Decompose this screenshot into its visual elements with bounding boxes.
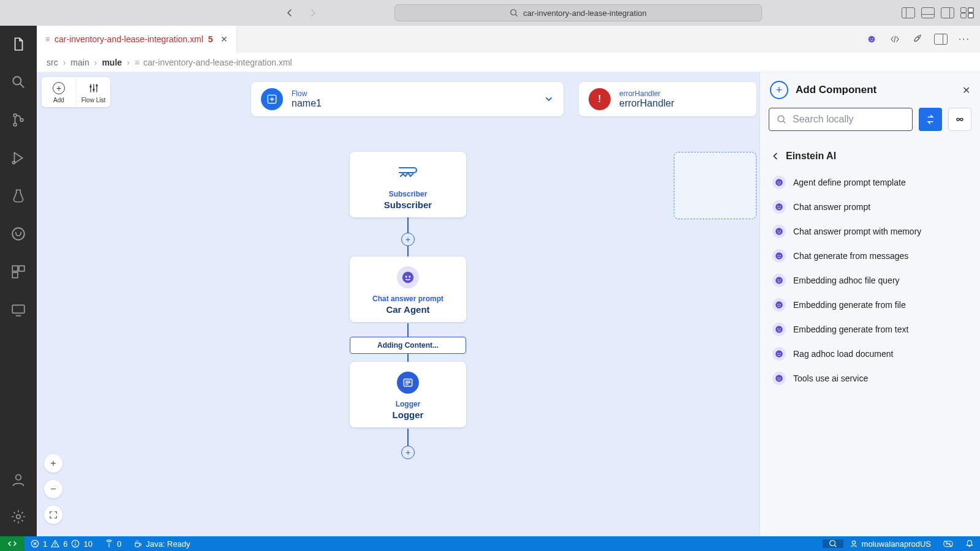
activity-run-debug-icon[interactable] bbox=[9, 148, 28, 168]
svg-point-36 bbox=[777, 255, 778, 257]
tab-close-icon[interactable]: ✕ bbox=[221, 34, 228, 44]
tab-dirty-marker: 5 bbox=[208, 34, 213, 44]
toggle-left-panel-icon[interactable] bbox=[902, 7, 915, 18]
close-icon[interactable]: ✕ bbox=[962, 84, 970, 96]
activity-source-control-icon[interactable] bbox=[9, 110, 28, 130]
component-item[interactable]: Tools use ai service bbox=[771, 366, 969, 391]
status-bar: 1 6 10 0 Java: Ready moluwalanaprodUS bbox=[0, 536, 980, 551]
einstein-ai-icon[interactable] bbox=[865, 33, 878, 45]
component-search-input[interactable]: Search locally bbox=[769, 108, 913, 131]
activity-bar bbox=[0, 26, 37, 536]
panel-title: Add Component bbox=[796, 84, 876, 96]
split-editor-icon[interactable] bbox=[934, 34, 948, 45]
add-button[interactable]: + Add bbox=[42, 77, 76, 107]
more-actions-icon[interactable]: ··· bbox=[959, 34, 970, 45]
activity-search-icon[interactable] bbox=[9, 72, 28, 92]
svg-point-23 bbox=[409, 276, 410, 278]
flow-list-button[interactable]: Flow List bbox=[76, 77, 110, 107]
add-step-button[interactable]: + bbox=[401, 446, 415, 459]
activity-mule-icon[interactable] bbox=[9, 224, 28, 244]
svg-point-57 bbox=[829, 541, 835, 546]
svg-point-60 bbox=[946, 543, 947, 544]
nav-back-button[interactable] bbox=[281, 4, 299, 22]
ports-status[interactable]: 0 bbox=[99, 536, 127, 551]
node-logger[interactable]: Logger Logger bbox=[350, 362, 466, 427]
node-subscriber[interactable]: Subscriber Subscriber bbox=[350, 152, 466, 217]
account-status[interactable]: moluwalanaprodUS bbox=[843, 539, 937, 549]
notifications-icon[interactable] bbox=[959, 539, 980, 548]
add-step-button[interactable]: + bbox=[401, 233, 415, 246]
flow-canvas[interactable]: + Add Flow List Flow name1 bbox=[37, 72, 980, 536]
breadcrumb[interactable]: src › main › mule › ≡ car-inventory-and-… bbox=[37, 53, 980, 72]
ports-count: 0 bbox=[117, 539, 121, 549]
editor-tab[interactable]: ≡ car-inventory-and-lease-integration.xm… bbox=[37, 26, 237, 53]
svg-point-37 bbox=[780, 255, 781, 257]
breadcrumb-part[interactable]: src bbox=[47, 58, 58, 67]
chevron-down-icon[interactable] bbox=[544, 94, 554, 104]
flow-header-card[interactable]: Flow name1 bbox=[251, 82, 564, 116]
command-search[interactable]: car-inventory-and-lease-integration bbox=[394, 4, 762, 21]
svg-rect-10 bbox=[12, 305, 24, 313]
file-icon: ≡ bbox=[135, 58, 140, 67]
component-item[interactable]: Chat answer prompt bbox=[771, 195, 969, 219]
error-type-label: errorHandler bbox=[619, 89, 674, 98]
customize-layout-icon[interactable] bbox=[960, 7, 974, 18]
svg-point-40 bbox=[780, 280, 781, 281]
component-item[interactable]: Embedding generate from text bbox=[771, 317, 969, 342]
nav-forward-button[interactable] bbox=[304, 4, 322, 22]
node-chat-answer-prompt[interactable]: Chat answer prompt Car Agent bbox=[350, 257, 466, 322]
error-handler-card[interactable]: ! errorHandler errorHandler bbox=[579, 82, 756, 116]
activity-explorer-icon[interactable] bbox=[9, 34, 28, 54]
toggle-right-panel-icon[interactable] bbox=[941, 7, 954, 18]
activity-remote-explorer-icon[interactable] bbox=[9, 300, 28, 320]
error-count: 1 bbox=[43, 539, 47, 549]
panel-back-button[interactable]: Einstein AI bbox=[771, 146, 969, 170]
activity-testing-icon[interactable] bbox=[9, 186, 28, 206]
breadcrumb-part[interactable]: mule bbox=[102, 58, 122, 67]
svg-point-41 bbox=[775, 301, 783, 309]
component-item[interactable]: Chat answer prompt with memory bbox=[771, 219, 969, 244]
zoom-in-button[interactable]: + bbox=[44, 454, 62, 473]
add-label: Add bbox=[53, 97, 64, 103]
svg-point-54 bbox=[55, 545, 56, 546]
rocket-icon[interactable] bbox=[912, 34, 923, 45]
component-item[interactable]: Embedding adhoc file query bbox=[771, 268, 969, 293]
command-search-text: car-inventory-and-lease-integration bbox=[523, 9, 647, 18]
breadcrumb-part[interactable]: main bbox=[70, 58, 89, 67]
copilot-status-icon[interactable] bbox=[937, 539, 959, 548]
titlebar: car-inventory-and-lease-integration bbox=[0, 0, 980, 26]
svg-point-48 bbox=[777, 353, 778, 354]
zoom-out-button[interactable]: − bbox=[44, 480, 62, 498]
activity-settings-icon[interactable] bbox=[9, 507, 28, 527]
einstein-icon bbox=[397, 266, 419, 288]
component-item[interactable]: Rag adhoc load document bbox=[771, 342, 969, 366]
component-item[interactable]: Agent define prompt template bbox=[771, 170, 969, 195]
problems-status[interactable]: 1 6 10 bbox=[24, 536, 99, 551]
svg-point-30 bbox=[777, 206, 778, 208]
svg-point-51 bbox=[777, 378, 778, 379]
search-icon bbox=[510, 9, 518, 17]
component-label: Agent define prompt template bbox=[793, 178, 906, 187]
activity-extensions-icon[interactable] bbox=[9, 262, 28, 282]
account-name: moluwalanaprodUS bbox=[862, 539, 931, 549]
info-count: 10 bbox=[83, 539, 92, 549]
remote-indicator[interactable] bbox=[0, 536, 24, 551]
drop-target[interactable] bbox=[674, 152, 756, 219]
svg-point-34 bbox=[780, 231, 781, 232]
code-view-icon[interactable] bbox=[889, 34, 901, 44]
breadcrumb-leaf[interactable]: ≡ car-inventory-and-lease-integration.xm… bbox=[135, 58, 292, 67]
node-type: Chat answer prompt bbox=[356, 294, 460, 303]
filter-infinity-button[interactable] bbox=[948, 108, 971, 131]
toggle-bottom-panel-icon[interactable] bbox=[921, 7, 935, 18]
component-item[interactable]: Embedding generate from file bbox=[771, 293, 969, 317]
component-label: Embedding generate from text bbox=[793, 324, 908, 334]
svg-point-21 bbox=[402, 272, 413, 283]
component-item[interactable]: Chat generate from messages bbox=[771, 244, 969, 268]
activity-account-icon[interactable] bbox=[9, 470, 28, 490]
plus-circle-icon: + bbox=[770, 81, 788, 99]
zoom-fit-button[interactable] bbox=[44, 506, 62, 524]
status-search-icon[interactable] bbox=[823, 539, 843, 548]
error-icon bbox=[31, 539, 39, 548]
filter-exchange-button[interactable] bbox=[919, 108, 942, 131]
java-status[interactable]: Java: Ready bbox=[127, 536, 196, 551]
